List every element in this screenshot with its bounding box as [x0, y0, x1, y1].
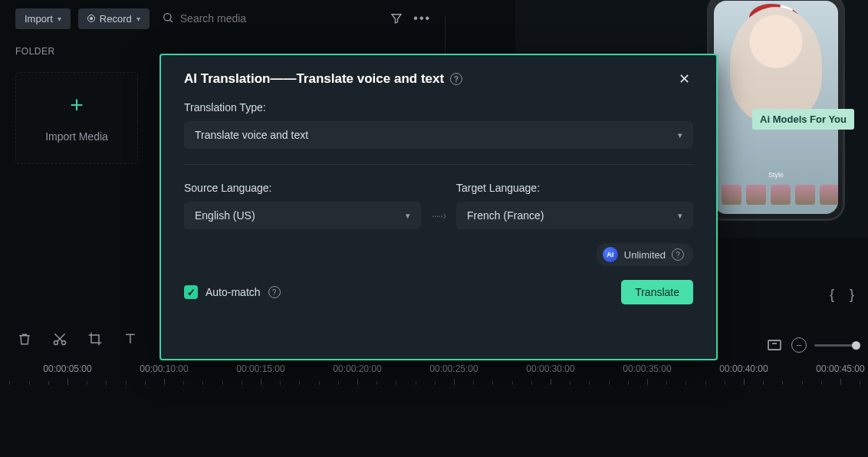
- import-label: Import: [25, 13, 53, 25]
- import-media-tile[interactable]: + Import Media: [15, 72, 138, 164]
- chevron-down-icon: ▾: [136, 15, 140, 23]
- help-icon[interactable]: ?: [672, 248, 684, 261]
- target-language-select[interactable]: French (France) ▾: [456, 202, 693, 229]
- zoom-out-icon[interactable]: −: [791, 337, 807, 353]
- svg-line-1: [170, 20, 173, 22]
- ai-badge-icon: AI: [603, 247, 618, 262]
- timecode-label: 00:00:05:00: [43, 363, 91, 374]
- source-language-value: English (US): [195, 209, 255, 222]
- dialog-title: AI Translation——Translate voice and text…: [184, 71, 462, 87]
- cut-icon[interactable]: [51, 330, 69, 348]
- chevron-down-icon: ▾: [678, 211, 682, 221]
- help-icon[interactable]: ?: [450, 73, 462, 85]
- source-language-select[interactable]: English (US) ▾: [184, 202, 421, 229]
- auto-match-option[interactable]: ✓ Auto-match ?: [184, 285, 281, 299]
- auto-match-label: Auto-match: [205, 286, 261, 298]
- record-icon: [87, 15, 95, 22]
- source-language-label: Source Language:: [184, 182, 421, 194]
- record-button[interactable]: Record ▾: [78, 8, 150, 29]
- filter-icon[interactable]: [387, 9, 406, 28]
- translate-button[interactable]: Translate: [621, 280, 693, 304]
- translation-type-label: Translation Type:: [184, 101, 693, 113]
- translation-type-value: Translate voice and text: [195, 129, 308, 141]
- timecode-label: 00:00:10:00: [140, 363, 188, 374]
- plus-icon: +: [70, 94, 84, 117]
- checkbox-checked-icon[interactable]: ✓: [184, 285, 198, 299]
- zoom-control[interactable]: −: [765, 336, 857, 354]
- record-label: Record: [100, 13, 132, 25]
- timecode-label: 00:00:40:00: [719, 363, 768, 374]
- overlay-caption: Ai Models For You: [752, 109, 854, 130]
- chevron-down-icon: ▾: [58, 15, 61, 23]
- text-icon[interactable]: [121, 330, 140, 348]
- import-media-label: Import Media: [45, 130, 108, 143]
- timecode-label: 00:00:25:00: [429, 363, 478, 374]
- timeline-ruler[interactable]: 00:00:05:0000:00:10:0000:00:15:0000:00:2…: [0, 362, 868, 400]
- svg-point-0: [163, 13, 170, 20]
- delete-icon[interactable]: [15, 330, 34, 348]
- unlimited-chip: AI Unlimited ?: [597, 243, 693, 266]
- translation-type-select[interactable]: Translate voice and text ▾: [184, 121, 693, 149]
- phone-section-label: Style: [768, 171, 784, 179]
- marker-braces: { }: [830, 287, 854, 303]
- unlimited-label: Unlimited: [624, 249, 666, 261]
- zoom-slider[interactable]: [814, 344, 857, 347]
- dialog-title-text: AI Translation——Translate voice and text: [184, 71, 444, 87]
- svg-rect-4: [768, 340, 781, 350]
- timecode-label: 00:00:30:00: [526, 363, 574, 374]
- fit-icon[interactable]: [765, 336, 784, 354]
- timecode-label: 00:00:35:00: [623, 363, 671, 374]
- crop-icon[interactable]: [86, 330, 104, 348]
- import-button[interactable]: Import ▾: [15, 8, 71, 29]
- folder-heading: FOLDER: [15, 46, 138, 57]
- timecode-label: 00:00:20:00: [333, 363, 381, 374]
- chevron-down-icon: ▾: [406, 211, 410, 221]
- timecode-label: 00:00:45:00: [816, 363, 864, 374]
- more-icon[interactable]: •••: [413, 9, 432, 28]
- ai-translation-dialog: AI Translation——Translate voice and text…: [159, 54, 718, 360]
- media-panel: FOLDER + Import Media: [0, 37, 153, 170]
- timecode-label: 00:00:15:00: [236, 363, 284, 374]
- search-icon: [162, 12, 174, 26]
- chevron-down-icon: ▾: [678, 130, 682, 140]
- close-brace[interactable]: }: [850, 287, 854, 303]
- search-field[interactable]: [162, 12, 288, 26]
- search-input[interactable]: [180, 12, 288, 25]
- arrow-right-icon: ·····›: [432, 209, 446, 229]
- target-language-label: Target Language:: [456, 182, 693, 194]
- divider: [184, 164, 693, 165]
- help-icon[interactable]: ?: [268, 286, 281, 298]
- open-brace[interactable]: {: [830, 287, 834, 303]
- target-language-value: French (France): [467, 209, 544, 222]
- close-icon[interactable]: ✕: [675, 71, 693, 87]
